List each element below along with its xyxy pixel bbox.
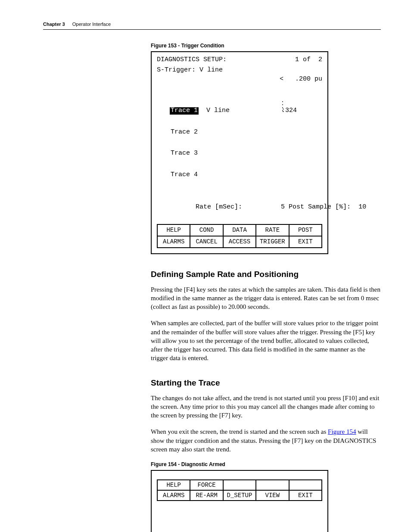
exit-button[interactable]: EXIT xyxy=(289,236,322,248)
trace-item-4[interactable]: Trace 4 xyxy=(170,171,199,179)
trigger-button[interactable]: TRIGGER xyxy=(256,236,289,248)
cancel-button[interactable]: CANCEL xyxy=(190,236,223,248)
post-sample-label: Post Sample [%]: xyxy=(289,203,351,211)
help-button-2[interactable]: HELP xyxy=(157,480,190,490)
section-label: Operator Interface xyxy=(72,22,111,27)
heading-sample-rate: Defining Sample Rate and Positioning xyxy=(151,270,381,279)
para-a2: When samples are collected, part of the … xyxy=(151,319,381,362)
blank-key-2[interactable] xyxy=(256,480,289,490)
rate-button[interactable]: RATE xyxy=(256,224,289,236)
para-b1: The changes do not take affect, and the … xyxy=(151,394,381,420)
view-button[interactable]: VIEW xyxy=(256,490,289,501)
help-button[interactable]: HELP xyxy=(157,224,190,236)
blank-key-3[interactable] xyxy=(289,480,322,490)
trace-1-value: V line xyxy=(206,107,230,115)
dots-icon: . . . . xyxy=(281,99,284,112)
diagnostic-armed-screen: HELP FORCE ALARMS RE-ARM D_SETUP VIEW EX… xyxy=(151,470,328,532)
alarms-button[interactable]: ALARMS xyxy=(157,236,190,248)
diagnostics-setup-screen: DIAGNOSTICS SETUP: 1 of 2 S-Trigger: V l… xyxy=(151,51,328,254)
rate-label: Rate [mSec]: xyxy=(196,203,242,211)
figure-154-link[interactable]: Figure 154 xyxy=(328,428,356,435)
softkey-grid-153: HELP COND DATA RATE POST ALARMS CANCEL A… xyxy=(157,224,322,248)
trigger-value: .200 pu xyxy=(295,75,322,83)
chapter-label: Chapter 3 xyxy=(43,22,65,27)
heading-starting-trace: Starting the Trace xyxy=(151,378,381,388)
dsetup-button[interactable]: D_SETUP xyxy=(223,490,256,501)
para-a1: Pressing the [F4] key sets the rates at … xyxy=(151,285,381,311)
softkey-grid-154: HELP FORCE ALARMS RE-ARM D_SETUP VIEW EX… xyxy=(157,479,322,501)
post-sample-value: 10 xyxy=(358,203,366,211)
para-b2: When you exit the screen, the trend is s… xyxy=(151,427,381,454)
running-header: Chapter 3 Operator Interface xyxy=(43,22,381,30)
trace-list: Trace 1 V line :324 Trace 2 Trace 3 Trac… xyxy=(170,93,322,193)
blank-key-1[interactable] xyxy=(223,480,256,490)
trigger-label: S-Trigger: V line xyxy=(157,66,223,92)
data-button[interactable]: DATA xyxy=(223,224,256,236)
rearm-button[interactable]: RE-ARM xyxy=(190,490,223,501)
access-button[interactable]: ACCESS xyxy=(223,236,256,248)
post-button[interactable]: POST xyxy=(289,224,322,236)
pager: 1 of 2 xyxy=(295,56,322,64)
screen-title: DIAGNOSTICS SETUP: xyxy=(157,56,227,64)
trace-item-1[interactable]: Trace 1 xyxy=(170,107,199,115)
alarms-button-2[interactable]: ALARMS xyxy=(157,490,190,501)
trace-item-3[interactable]: Trace 3 xyxy=(170,150,199,157)
force-button[interactable]: FORCE xyxy=(190,480,223,490)
rate-value: 5 xyxy=(281,203,285,211)
cond-button[interactable]: COND xyxy=(190,224,223,236)
figure-154-caption: Figure 154 - Diagnostic Armed xyxy=(151,461,381,467)
exit-button-2[interactable]: EXIT xyxy=(289,490,322,501)
figure-153-caption: Figure 153 - Trigger Condition xyxy=(151,43,381,49)
trace-item-2[interactable]: Trace 2 xyxy=(170,129,199,136)
trigger-operator: < xyxy=(280,75,283,83)
